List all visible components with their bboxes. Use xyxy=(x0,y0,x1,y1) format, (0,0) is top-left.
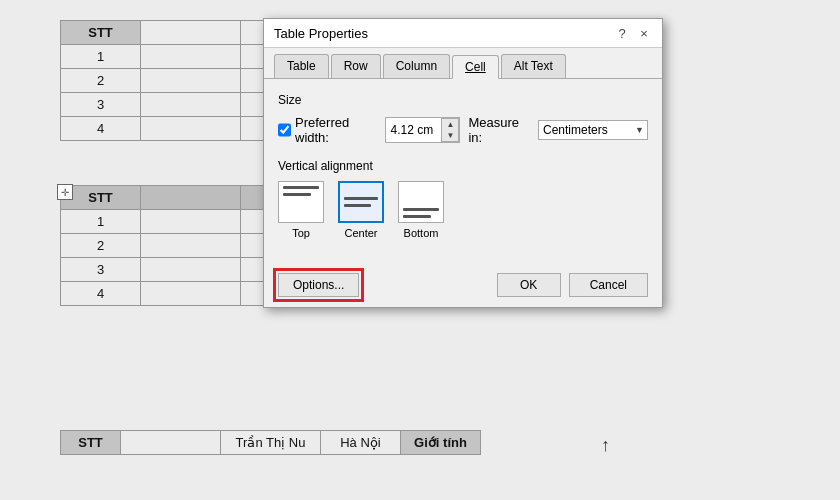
table-move-handle[interactable]: ✛ xyxy=(57,184,73,200)
measure-in-label: Measure in: xyxy=(468,115,530,145)
preferred-width-input[interactable] xyxy=(386,121,441,139)
tab-column[interactable]: Column xyxy=(383,54,450,78)
cancel-button[interactable]: Cancel xyxy=(569,273,648,297)
options-button[interactable]: Options... xyxy=(278,273,359,297)
align-icon-center xyxy=(338,181,384,223)
align-label-bottom: Bottom xyxy=(404,227,439,239)
preferred-width-checkbox[interactable] xyxy=(278,123,291,137)
dialog-tabs: Table Row Column Cell Alt Text xyxy=(264,48,662,79)
dialog-titlebar: Table Properties ? × xyxy=(264,19,662,48)
align-option-center[interactable]: Center xyxy=(338,181,384,239)
width-spinner: ▲ ▼ xyxy=(441,118,459,142)
preferred-width-label: Preferred width: xyxy=(295,115,377,145)
table-header-stt: STT xyxy=(61,21,141,45)
titlebar-buttons: ? × xyxy=(614,25,652,41)
spinner-down-button[interactable]: ▼ xyxy=(442,130,458,141)
align-icon-top xyxy=(278,181,324,223)
measure-in-select-wrap: Centimeters Inches Percent xyxy=(538,120,648,140)
tab-row[interactable]: Row xyxy=(331,54,381,78)
table-properties-dialog: Table Properties ? × Table Row Column Ce… xyxy=(263,18,663,308)
ok-cancel-row: OK Cancel xyxy=(497,273,648,297)
help-button[interactable]: ? xyxy=(614,25,630,41)
align-option-bottom[interactable]: Bottom xyxy=(398,181,444,239)
vertical-alignment-label: Vertical alignment xyxy=(278,159,648,173)
spinner-up-button[interactable]: ▲ xyxy=(442,119,458,130)
close-button[interactable]: × xyxy=(636,25,652,41)
word-table-3: STT Trần Thị Nu Hà Nội Giới tính xyxy=(60,430,481,455)
tab-cell[interactable]: Cell xyxy=(452,55,499,79)
align-option-top[interactable]: Top xyxy=(278,181,324,239)
align-label-center: Center xyxy=(344,227,377,239)
ok-button[interactable]: OK xyxy=(497,273,561,297)
dialog-bottom: Options... OK Cancel xyxy=(264,265,662,307)
align-label-top: Top xyxy=(292,227,310,239)
preferred-width-checkbox-wrap: Preferred width: xyxy=(278,115,377,145)
measure-in-select[interactable]: Centimeters Inches Percent xyxy=(538,120,648,140)
tab-table[interactable]: Table xyxy=(274,54,329,78)
align-icon-bottom xyxy=(398,181,444,223)
alignment-options: Top Center Bottom xyxy=(278,181,648,239)
size-row: Preferred width: ▲ ▼ Measure in: Centime… xyxy=(278,115,648,145)
dialog-content: Size Preferred width: ▲ ▼ Measure in: Ce… xyxy=(264,79,662,265)
size-section-label: Size xyxy=(278,93,648,107)
tab-alt-text[interactable]: Alt Text xyxy=(501,54,566,78)
dialog-title: Table Properties xyxy=(274,26,368,41)
